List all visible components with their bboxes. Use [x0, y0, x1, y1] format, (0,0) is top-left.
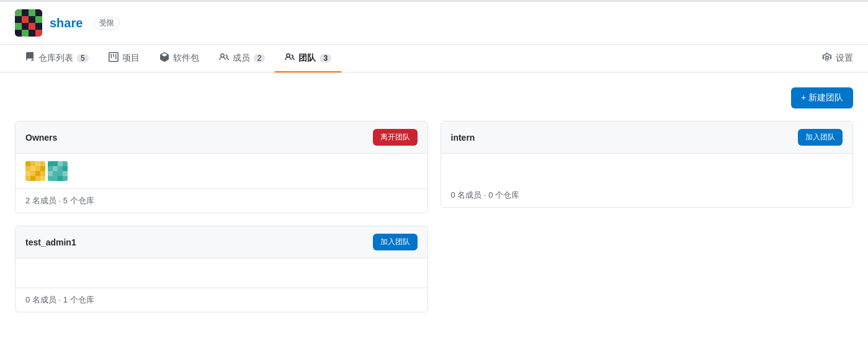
- svg-rect-22: [25, 171, 30, 176]
- team-testadmin1-name: test_admin1: [25, 237, 76, 247]
- svg-rect-27: [48, 161, 53, 166]
- team-owners-avatars: [16, 154, 427, 189]
- team-card-testadmin1: test_admin1 加入团队 0 名成员 · 1 个仓库: [15, 226, 428, 312]
- team-testadmin1-stats: 0 名成员 · 1 个仓库: [25, 295, 94, 304]
- team-owners-leave-button[interactable]: 离开团队: [373, 129, 418, 146]
- svg-rect-24: [30, 176, 35, 181]
- new-team-button[interactable]: + 新建团队: [791, 87, 853, 108]
- svg-rect-6: [22, 16, 29, 23]
- team-intern-join-button[interactable]: 加入团队: [798, 129, 843, 146]
- teams-right-col: intern 加入团队 0 名成员 · 0 个仓库: [441, 121, 854, 312]
- svg-rect-3: [29, 9, 35, 16]
- team-owners-stats: 2 名成员 · 5 个仓库: [25, 196, 94, 205]
- nav-repos-label: 仓库列表: [38, 53, 73, 64]
- svg-rect-25: [40, 176, 45, 181]
- people-icon: [219, 52, 229, 64]
- settings-icon: [822, 53, 832, 64]
- nav-teams-count: 3: [320, 54, 331, 63]
- svg-rect-32: [53, 161, 58, 166]
- svg-rect-12: [35, 23, 42, 30]
- teams-grid: Owners 离开团队: [15, 121, 853, 312]
- svg-rect-23: [35, 171, 40, 176]
- team-card-owners-header: Owners 离开团队: [16, 121, 427, 154]
- page-content: + 新建团队 Owners 离开团队: [0, 73, 868, 327]
- team-intern-name: intern: [451, 133, 475, 143]
- project-icon: [109, 52, 119, 64]
- svg-rect-16: [35, 30, 42, 37]
- package-icon: [159, 52, 169, 64]
- svg-rect-30: [63, 166, 68, 171]
- teams-toolbar: + 新建团队: [15, 87, 853, 108]
- svg-rect-13: [15, 30, 22, 37]
- nav-item-members[interactable]: 成员 2: [209, 45, 275, 73]
- team-testadmin1-footer: 0 名成员 · 1 个仓库: [16, 288, 427, 312]
- svg-rect-20: [35, 161, 40, 166]
- teams-icon: [285, 52, 295, 64]
- org-logo: [15, 9, 42, 37]
- svg-rect-19: [30, 166, 35, 171]
- repo-icon: [25, 52, 35, 64]
- team-testadmin1-join-button[interactable]: 加入团队: [373, 234, 418, 250]
- team-card-intern-header: intern 加入团队: [441, 121, 853, 154]
- team-intern-avatars: [441, 154, 853, 183]
- svg-rect-31: [48, 171, 53, 176]
- svg-rect-4: [35, 9, 42, 16]
- team-owners-footer: 2 名成员 · 5 个仓库: [16, 189, 427, 213]
- org-badge: 受限: [94, 17, 120, 30]
- svg-rect-9: [15, 23, 22, 30]
- nav-repos-count: 5: [77, 54, 89, 63]
- nav-projects-label: 项目: [122, 53, 140, 64]
- teams-left-col: Owners 离开团队: [15, 121, 428, 312]
- svg-rect-1: [15, 9, 22, 16]
- svg-rect-5: [15, 16, 22, 23]
- svg-rect-11: [29, 23, 35, 30]
- team-card-intern: intern 加入团队 0 名成员 · 0 个仓库: [441, 121, 854, 208]
- nav-members-count: 2: [254, 54, 266, 63]
- team-intern-footer: 0 名成员 · 0 个仓库: [441, 183, 853, 207]
- team-intern-stats: 0 名成员 · 0 个仓库: [451, 190, 520, 200]
- nav-settings-label: 设置: [836, 53, 853, 64]
- svg-rect-7: [29, 16, 35, 23]
- svg-rect-14: [22, 30, 29, 37]
- nav-item-projects[interactable]: 项目: [99, 45, 150, 73]
- nav-packages-label: 软件包: [173, 53, 199, 64]
- svg-rect-2: [22, 9, 29, 16]
- org-nav: 仓库列表 5 项目 软件包 成员 2 团队 3 设置: [0, 45, 868, 73]
- svg-rect-8: [35, 16, 42, 23]
- team-owners-name: Owners: [25, 133, 57, 143]
- nav-item-repos[interactable]: 仓库列表 5: [15, 45, 99, 73]
- svg-rect-18: [25, 161, 30, 166]
- svg-rect-33: [63, 171, 68, 176]
- avatar-2: [48, 161, 68, 181]
- avatar-1: [25, 161, 45, 181]
- org-header: share 受限: [0, 2, 868, 45]
- svg-rect-10: [22, 23, 29, 30]
- svg-rect-21: [40, 166, 45, 171]
- svg-rect-15: [29, 30, 35, 37]
- nav-settings[interactable]: 设置: [822, 45, 853, 72]
- nav-teams-label: 团队: [298, 53, 316, 64]
- nav-item-packages[interactable]: 软件包: [150, 45, 209, 73]
- org-name-link[interactable]: share: [50, 16, 83, 30]
- team-testadmin1-avatars: [16, 258, 427, 288]
- svg-rect-34: [58, 176, 63, 181]
- nav-item-teams[interactable]: 团队 3: [275, 45, 341, 73]
- team-card-testadmin1-header: test_admin1 加入团队: [16, 226, 427, 258]
- nav-members-label: 成员: [233, 53, 250, 64]
- team-card-owners: Owners 离开团队: [15, 121, 428, 213]
- svg-rect-29: [58, 161, 63, 166]
- svg-rect-28: [53, 166, 58, 171]
